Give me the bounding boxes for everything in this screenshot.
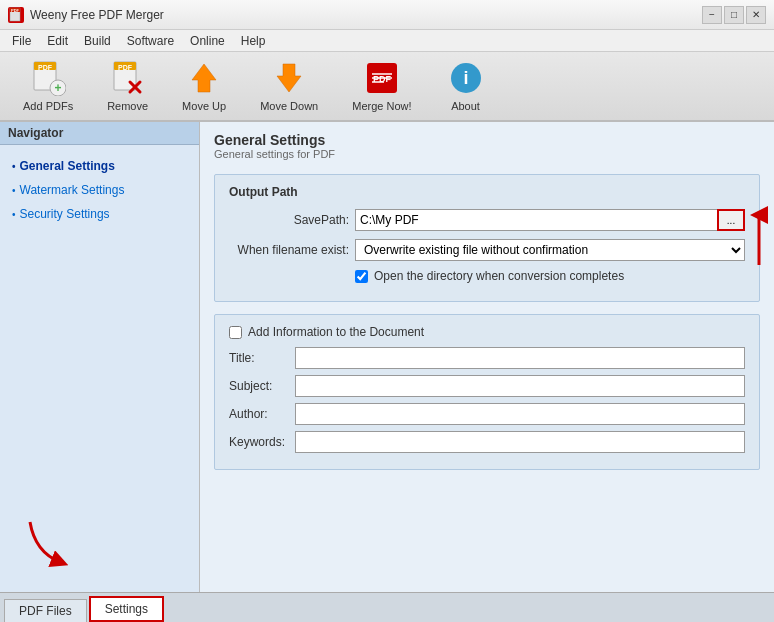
arrow-down-left [20,512,80,572]
about-icon: i [448,60,484,96]
arrow-to-browse [709,195,769,275]
title-field-label: Title: [229,351,289,365]
about-label: About [451,100,480,112]
output-path-section: Output Path SavePath: ... When filename … [214,174,760,302]
navigator-items: • General Settings • Watermark Settings … [0,145,199,381]
author-field-row: Author: [229,403,745,425]
close-button[interactable]: ✕ [746,6,766,24]
svg-text:i: i [463,68,468,88]
filename-exist-label: When filename exist: [229,243,349,257]
nav-label-security: Security Settings [20,207,110,221]
document-info-section: Add Information to the Document Title: S… [214,314,760,470]
content-area: General Settings General settings for PD… [200,122,774,592]
nav-item-watermark[interactable]: • Watermark Settings [8,181,191,199]
maximize-button[interactable]: □ [724,6,744,24]
toolbar: PDF + Add PDFs PDF Remove Mov [0,52,774,122]
tab-pdf-files[interactable]: PDF Files [4,599,87,622]
navigator-header: Navigator [0,122,199,145]
title-field-row: Title: [229,347,745,369]
svg-marker-13 [192,64,216,92]
main-layout: Navigator • General Settings • Watermark… [0,122,774,592]
nav-label-watermark: Watermark Settings [20,183,125,197]
add-pdfs-button[interactable]: PDF + Add PDFs [8,56,88,116]
remove-button[interactable]: PDF Remove [92,56,163,116]
open-dir-label[interactable]: Open the directory when conversion compl… [374,269,624,283]
content-header: General Settings General settings for PD… [200,122,774,166]
svg-text:+: + [55,81,62,95]
navigator-panel: Navigator • General Settings • Watermark… [0,122,200,592]
author-field-label: Author: [229,407,289,421]
filename-exist-select-wrapper: Overwrite existing file without confirma… [355,239,745,261]
content-subtitle: General settings for PDF [214,148,760,160]
tab-settings[interactable]: Settings [89,596,164,622]
add-info-checkbox[interactable] [229,326,242,339]
menu-build[interactable]: Build [76,32,119,50]
merge-now-label: Merge Now! [352,100,411,112]
remove-label: Remove [107,100,148,112]
menu-software[interactable]: Software [119,32,182,50]
save-path-input[interactable] [355,209,717,231]
add-pdfs-icon: PDF + [30,60,66,96]
nav-bullet-security: • [12,209,16,220]
add-pdfs-label: Add PDFs [23,100,73,112]
menu-bar: File Edit Build Software Online Help [0,30,774,52]
menu-online[interactable]: Online [182,32,233,50]
move-down-label: Move Down [260,100,318,112]
move-up-icon [186,60,222,96]
merge-now-icon: PDF [364,60,400,96]
nav-bullet-watermark: • [12,185,16,196]
nav-item-security[interactable]: • Security Settings [8,205,191,223]
window-title: Weeny Free PDF Merger [30,8,164,22]
content-body: Output Path SavePath: ... When filename … [200,166,774,490]
nav-bullet-general: • [12,161,16,172]
author-input[interactable] [295,403,745,425]
add-info-label[interactable]: Add Information to the Document [248,325,424,339]
merge-now-button[interactable]: PDF Merge Now! [337,56,426,116]
content-title: General Settings [214,132,760,148]
title-bar-controls: − □ ✕ [702,6,766,24]
bottom-tabs: PDF Files Settings [0,592,774,622]
open-dir-row: Open the directory when conversion compl… [355,269,745,283]
app-icon: PDF [8,7,24,23]
main-wrapper: Navigator • General Settings • Watermark… [0,122,774,622]
move-down-icon [271,60,307,96]
subject-input[interactable] [295,375,745,397]
save-path-row: SavePath: ... [229,209,745,231]
save-path-label: SavePath: [229,213,349,227]
save-path-input-group: ... [355,209,745,231]
output-path-title: Output Path [229,185,745,199]
title-bar: PDF Weeny Free PDF Merger − □ ✕ [0,0,774,30]
filename-exist-row: When filename exist: Overwrite existing … [229,239,745,261]
move-down-button[interactable]: Move Down [245,56,333,116]
keywords-input[interactable] [295,431,745,453]
menu-edit[interactable]: Edit [39,32,76,50]
menu-file[interactable]: File [4,32,39,50]
move-up-button[interactable]: Move Up [167,56,241,116]
svg-text:PDF: PDF [118,64,133,71]
title-bar-left: PDF Weeny Free PDF Merger [8,7,164,23]
title-input[interactable] [295,347,745,369]
add-info-row: Add Information to the Document [229,325,745,339]
menu-help[interactable]: Help [233,32,274,50]
minimize-button[interactable]: − [702,6,722,24]
filename-exist-select[interactable]: Overwrite existing file without confirma… [355,239,745,261]
subject-field-row: Subject: [229,375,745,397]
about-button[interactable]: i About [431,56,501,116]
subject-field-label: Subject: [229,379,289,393]
nav-item-general[interactable]: • General Settings [8,157,191,175]
svg-text:PDF: PDF [11,8,20,13]
keywords-field-label: Keywords: [229,435,289,449]
browse-button[interactable]: ... [717,209,745,231]
svg-text:PDF: PDF [38,64,53,71]
nav-label-general: General Settings [20,159,115,173]
svg-marker-15 [277,64,301,92]
move-up-label: Move Up [182,100,226,112]
remove-icon: PDF [110,60,146,96]
arrow-region [0,381,199,593]
keywords-field-row: Keywords: [229,431,745,453]
open-dir-checkbox[interactable] [355,270,368,283]
